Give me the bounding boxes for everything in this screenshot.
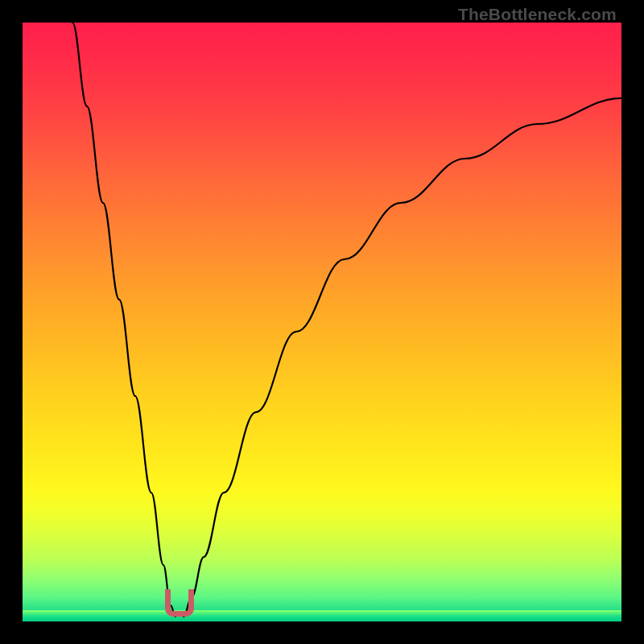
bottleneck-curve bbox=[23, 23, 621, 621]
watermark-text: TheBottleneck.com bbox=[458, 5, 617, 24]
plot-area bbox=[23, 23, 621, 621]
minimum-marker bbox=[165, 589, 194, 617]
chart-frame: TheBottleneck.com bbox=[0, 0, 644, 644]
